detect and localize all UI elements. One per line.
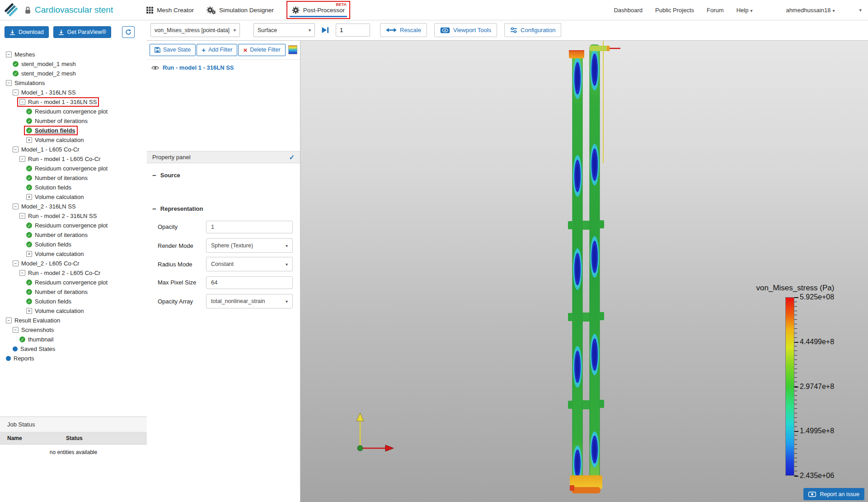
collapse-icon[interactable] [19, 270, 25, 276]
opacity-array-select[interactable]: total_nonlinear_strain ▾ [206, 294, 293, 308]
refresh-button[interactable] [122, 26, 135, 38]
3d-viewport[interactable]: von_Mises_stress (Pa) 5.925e+084.4499e+8… [300, 40, 868, 502]
tree-item-label[interactable]: Residuum convergence plot [35, 279, 108, 286]
tree-item-solution-fields[interactable]: Solution fields [0, 240, 147, 249]
tree-item-volume-calculation[interactable]: Volume calculation [0, 192, 147, 202]
collapse-icon[interactable] [19, 99, 25, 105]
tree-item-label[interactable]: Number of iterations [35, 118, 88, 124]
tree-item-reports[interactable]: Reports [0, 354, 147, 363]
expand-icon[interactable] [26, 251, 32, 257]
nav-public-projects[interactable]: Public Projects [655, 7, 694, 14]
tree-item-label[interactable]: Solution fields [35, 241, 71, 248]
tree-item-label[interactable]: Residuum convergence plot [35, 222, 108, 229]
collapse-icon[interactable] [6, 52, 12, 57]
tree-item-solution-fields[interactable]: Solution fields [0, 183, 147, 192]
tree-item-meshes[interactable]: Meshes [0, 50, 147, 59]
tree-item-label[interactable]: Number of iterations [35, 175, 88, 181]
expand-icon[interactable] [26, 194, 32, 200]
tree-item-label[interactable]: Volume calculation [35, 137, 84, 143]
tree-item-residuum-convergence-plot[interactable]: Residuum convergence plot [0, 107, 147, 116]
tree-item-label[interactable]: Number of iterations [35, 289, 88, 295]
tree-item-run-model-1-l605-co-cr[interactable]: Run - model 1 - L605 Co-Cr [0, 154, 147, 164]
get-paraview-button[interactable]: Get ParaView® [53, 26, 111, 38]
tree-item-label[interactable]: Meshes [14, 51, 35, 58]
collapse-icon[interactable] [6, 317, 12, 323]
apply-check-icon[interactable]: ✓ [289, 153, 295, 161]
tab-simulation-designer[interactable]: Simulation Designer [200, 0, 280, 20]
tree-item-volume-calculation[interactable]: Volume calculation [0, 306, 147, 316]
tree-item-number-of-iterations[interactable]: Number of iterations [0, 287, 147, 297]
tree-item-residuum-convergence-plot[interactable]: Residuum convergence plot [0, 278, 147, 287]
add-filter-button[interactable]: + Add Filter [197, 44, 237, 56]
tree-item-label[interactable]: Screenshots [21, 327, 54, 333]
section-representation[interactable]: − Representation [147, 197, 300, 212]
tree-item-screenshots[interactable]: Screenshots [0, 325, 147, 335]
tree-item-run-model-2-316ln-ss[interactable]: Run - model 2 - 316LN SS [0, 211, 147, 221]
tree-item-label[interactable]: Residuum convergence plot [35, 165, 108, 172]
tree-item-saved-states[interactable]: Saved States [0, 344, 147, 354]
tree-item-model-2-316ln-ss[interactable]: Model_2 - 316LN SS [0, 202, 147, 211]
tree-item-label[interactable]: Saved States [20, 346, 55, 352]
tree-item-volume-calculation[interactable]: Volume calculation [0, 249, 147, 259]
expand-icon[interactable] [26, 308, 32, 314]
render-mode-select[interactable]: Sphere (Texture) ▾ [206, 238, 293, 253]
frame-input[interactable] [336, 24, 370, 37]
tree-item-label[interactable]: thumbnail [28, 336, 53, 343]
tree-item-label[interactable]: Number of iterations [35, 232, 88, 238]
max-pixel-size-input[interactable] [206, 276, 293, 289]
tree-item-label[interactable]: Model_1 - 316LN SS [21, 89, 76, 96]
tree-item-solution-fields[interactable]: Solution fields [0, 126, 147, 135]
configuration-button[interactable]: Configuration [504, 23, 561, 37]
tree-item-label[interactable]: Solution fields [35, 184, 71, 191]
nav-forum[interactable]: Forum [707, 7, 724, 14]
tree-item-label[interactable]: Run - model 1 - 316LN SS [28, 99, 97, 105]
viewport-tools-button[interactable]: Viewport Tools [434, 23, 497, 37]
colormap-swatch[interactable] [288, 45, 297, 54]
nav-help[interactable]: Help▾ [737, 7, 753, 14]
report-issue-button[interactable]: Report an issue [803, 488, 864, 500]
tree-item-label[interactable]: Simulations [14, 80, 45, 86]
tree-item-stent-model-1-mesh[interactable]: stent_model_1 mesh [0, 59, 147, 69]
eye-icon[interactable] [151, 66, 159, 70]
section-source[interactable]: − Source [147, 163, 300, 179]
tree-item-label[interactable]: Result Evaluation [14, 317, 60, 324]
tree-item-volume-calculation[interactable]: Volume calculation [0, 135, 147, 145]
collapse-icon[interactable] [19, 156, 25, 162]
tree-item-label[interactable]: Run - model 1 - L605 Co-Cr [28, 156, 100, 162]
tree-item-label[interactable]: Volume calculation [35, 194, 84, 200]
tab-post-processor[interactable]: Post-Processor BETA [286, 1, 350, 19]
tree-item-label[interactable]: stent_model_2 mesh [21, 70, 76, 77]
delete-filter-button[interactable]: × Delete Filter [238, 44, 285, 56]
expand-icon[interactable] [26, 137, 32, 143]
collapse-icon[interactable] [13, 147, 19, 152]
collapse-icon[interactable] [13, 260, 19, 266]
pipeline-item-run-model-1[interactable]: Run - model 1 - 316LN SS [151, 64, 296, 71]
tree-item-thumbnail[interactable]: thumbnail [0, 335, 147, 344]
user-menu[interactable]: ahmedhussain18▾ [786, 7, 835, 14]
field-select[interactable]: von_Mises_stress [point-data] ▾ [150, 23, 240, 37]
play-step-button[interactable] [320, 26, 330, 34]
tree-item-stent-model-2-mesh[interactable]: stent_model_2 mesh [0, 69, 147, 78]
tree-item-number-of-iterations[interactable]: Number of iterations [0, 116, 147, 126]
collapse-icon[interactable] [13, 327, 19, 333]
tree-item-number-of-iterations[interactable]: Number of iterations [0, 173, 147, 183]
tree-item-label[interactable]: Model_2 - 316LN SS [21, 203, 76, 210]
header-collapse-caret[interactable]: ▾ [859, 7, 862, 13]
tree-item-result-evaluation[interactable]: Result Evaluation [0, 316, 147, 325]
tree-item-label[interactable]: stent_model_1 mesh [21, 61, 76, 67]
tree-item-label[interactable]: Reports [14, 355, 34, 362]
tree-item-residuum-convergence-plot[interactable]: Residuum convergence plot [0, 164, 147, 173]
tree-item-label[interactable]: Volume calculation [35, 251, 84, 257]
tree-item-label[interactable]: Model_1 - L605 Co-Cr [21, 146, 80, 153]
collapse-icon[interactable] [19, 213, 25, 219]
tree-item-label[interactable]: Volume calculation [35, 308, 84, 314]
stent-model[interactable] [567, 40, 621, 499]
tree-item-model-2-l605-co-cr[interactable]: Model_2 - L605 Co-Cr [0, 259, 147, 268]
tree-item-run-model-1-316ln-ss[interactable]: Run - model 1 - 316LN SS [0, 97, 147, 107]
tree-item-run-model-2-l605-co-cr[interactable]: Run - model 2 - L605 Co-Cr [0, 268, 147, 278]
radius-mode-select[interactable]: Constant ▾ [206, 257, 293, 271]
simscale-logo[interactable] [4, 2, 19, 18]
collapse-icon[interactable] [13, 204, 19, 209]
tree-item-label[interactable]: Solution fields [35, 298, 71, 305]
rescale-button[interactable]: Rescale [380, 23, 427, 37]
